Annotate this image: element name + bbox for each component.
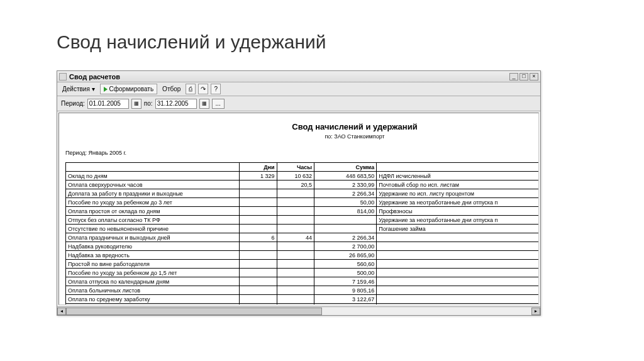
cell-name2 bbox=[377, 233, 539, 242]
scroll-track[interactable] bbox=[66, 308, 531, 315]
table-row: Простой по вине работодателя560,60 bbox=[66, 260, 540, 269]
generate-button-label: Сформировать bbox=[109, 86, 154, 92]
date-to-input[interactable]: 31.12.2005 bbox=[155, 99, 197, 109]
tool-icon-1[interactable]: ⎙ bbox=[186, 84, 196, 94]
cell-hours bbox=[277, 277, 314, 286]
table-row: Доплата за работу в праздники и выходные… bbox=[66, 189, 540, 198]
cell-hours bbox=[277, 269, 314, 277]
cell-name2: Удержание по исп. листу процентом bbox=[377, 189, 539, 198]
header-hours: Часы bbox=[277, 163, 314, 172]
table-row: Пособие по уходу за ребенком до 3 лет50,… bbox=[66, 198, 540, 207]
cell-name1: Надбавка руководителю bbox=[66, 242, 240, 251]
table-row: Оплата простоя от оклада по дням814,00Пр… bbox=[66, 207, 540, 216]
cell-hours bbox=[277, 286, 314, 295]
cell-days: 1 329 bbox=[240, 172, 277, 181]
cell-sum1: 814,00 bbox=[314, 207, 377, 216]
cell-days bbox=[240, 251, 277, 260]
cell-name2 bbox=[377, 277, 539, 286]
cell-name1: Доплата за работу в праздники и выходные bbox=[66, 189, 240, 198]
cell-hours bbox=[277, 189, 314, 198]
window-title: Свод расчетов bbox=[69, 73, 509, 81]
cell-hours bbox=[277, 242, 314, 251]
cell-name2 bbox=[377, 251, 539, 260]
table-row: Оклад по дням1 32910 632448 683,50НДФЛ и… bbox=[66, 172, 540, 181]
cell-sum1 bbox=[314, 225, 377, 233]
period-to-label: по: bbox=[144, 100, 153, 107]
cell-hours: 10 632 bbox=[277, 172, 314, 181]
cell-days bbox=[240, 260, 277, 269]
calendar-to-icon[interactable]: ▦ bbox=[199, 99, 209, 109]
cell-sum1: 7 159,46 bbox=[314, 277, 377, 286]
cell-sum1: 2 266,34 bbox=[314, 189, 377, 198]
cell-days bbox=[240, 189, 277, 198]
cell-name2 bbox=[377, 295, 539, 304]
cell-hours: 44 bbox=[277, 233, 314, 242]
app-icon bbox=[59, 73, 67, 81]
cell-sum1: 3 122,67 bbox=[314, 295, 377, 304]
table-row: Оплата сверхурочных часов20,52 330,99Поч… bbox=[66, 181, 540, 189]
cell-sum1: 9 805,16 bbox=[314, 286, 377, 295]
cell-name2: НДФЛ исчисленный bbox=[377, 172, 539, 181]
close-button[interactable]: × bbox=[530, 73, 538, 81]
cell-days bbox=[240, 198, 277, 207]
cell-name2 bbox=[377, 286, 539, 295]
table-row: Пособие по уходу за ребенком до 1,5 лет5… bbox=[66, 269, 540, 277]
cell-days bbox=[240, 277, 277, 286]
period-bar: Период: 01.01.2005 ▦ по: 31.12.2005 ▦ ..… bbox=[57, 96, 540, 111]
minimize-button[interactable]: _ bbox=[509, 73, 518, 81]
cell-name2 bbox=[377, 242, 539, 251]
cell-days: 6 bbox=[240, 233, 277, 242]
cell-hours bbox=[277, 198, 314, 207]
table-header-row: Дни Часы Сумма Сумма bbox=[66, 163, 540, 172]
period-label: Период: bbox=[61, 100, 85, 107]
app-window: Свод расчетов _ □ × Действия ▾ Сформиров… bbox=[57, 70, 541, 316]
cell-name2: Погашение займа bbox=[377, 225, 539, 233]
filter-button[interactable]: Отбор bbox=[160, 85, 183, 93]
table-row: Оплата больничных листов9 805,16 bbox=[66, 286, 540, 295]
cell-hours bbox=[277, 216, 314, 225]
table-row: Оплата по среднему заработку3 122,67 bbox=[66, 295, 540, 304]
maximize-button[interactable]: □ bbox=[519, 73, 528, 81]
scroll-thumb[interactable] bbox=[66, 308, 322, 315]
cell-name1: Пособие по уходу за ребенком до 3 лет bbox=[66, 198, 240, 207]
cell-days bbox=[240, 225, 277, 233]
cell-sum1: 465 155,20 bbox=[314, 304, 377, 306]
scroll-right-icon[interactable]: ▸ bbox=[531, 308, 540, 315]
cell-name2 bbox=[377, 260, 539, 269]
cell-name1: Оплата больничных листов bbox=[66, 286, 240, 295]
table-row: Надбавка руководителю2 700,00 bbox=[66, 242, 540, 251]
help-button[interactable]: ? bbox=[211, 84, 221, 94]
table-row: Оплата по часовому тарифу6615 288465 155… bbox=[66, 304, 540, 306]
cell-name2: Удержание за неотработанные дни отпуска … bbox=[377, 216, 539, 225]
period-more-button[interactable]: ... bbox=[212, 99, 225, 109]
cell-name1: Оплата простоя от оклада по дням bbox=[66, 207, 240, 216]
tool-icon-2[interactable]: ↷ bbox=[198, 84, 208, 94]
slide-title: Свод начислений и удержаний bbox=[57, 31, 606, 53]
scroll-left-icon[interactable]: ◂ bbox=[57, 308, 66, 315]
cell-days bbox=[240, 207, 277, 216]
cell-hours: 20,5 bbox=[277, 181, 314, 189]
cell-days bbox=[240, 269, 277, 277]
header-blank1 bbox=[66, 163, 240, 172]
report-period: Период: Январь 2005 г. bbox=[65, 150, 539, 156]
cell-name1: Пособие по уходу за ребенком до 1,5 лет bbox=[66, 269, 240, 277]
calendar-from-icon[interactable]: ▦ bbox=[131, 99, 142, 109]
report-area[interactable]: Свод начислений и удержаний по: ЗАО Стан… bbox=[58, 113, 539, 305]
titlebar: Свод расчетов _ □ × bbox=[57, 71, 540, 82]
cell-hours bbox=[277, 207, 314, 216]
cell-name1: Простой по вине работодателя bbox=[66, 260, 240, 269]
cell-days bbox=[240, 181, 277, 189]
cell-name1: Оклад по дням bbox=[66, 172, 240, 181]
report-table: Дни Часы Сумма Сумма Оклад по дням1 3291… bbox=[65, 162, 539, 305]
report-subtitle: по: ЗАО Станкоимпорт bbox=[65, 133, 539, 140]
cell-name2: Профвзносы bbox=[377, 207, 539, 216]
play-icon bbox=[104, 87, 108, 92]
cell-days bbox=[240, 216, 277, 225]
generate-button[interactable]: Сформировать bbox=[100, 84, 158, 94]
table-row: Оплата праздничных и выходных дней6442 2… bbox=[66, 233, 540, 242]
cell-name1: Отсутствие по невыясненной причине bbox=[66, 225, 240, 233]
horizontal-scrollbar[interactable]: ◂ ▸ bbox=[57, 306, 540, 315]
header-sum1: Сумма bbox=[314, 163, 377, 172]
date-from-input[interactable]: 01.01.2005 bbox=[87, 99, 129, 109]
actions-menu[interactable]: Действия ▾ bbox=[60, 85, 97, 93]
